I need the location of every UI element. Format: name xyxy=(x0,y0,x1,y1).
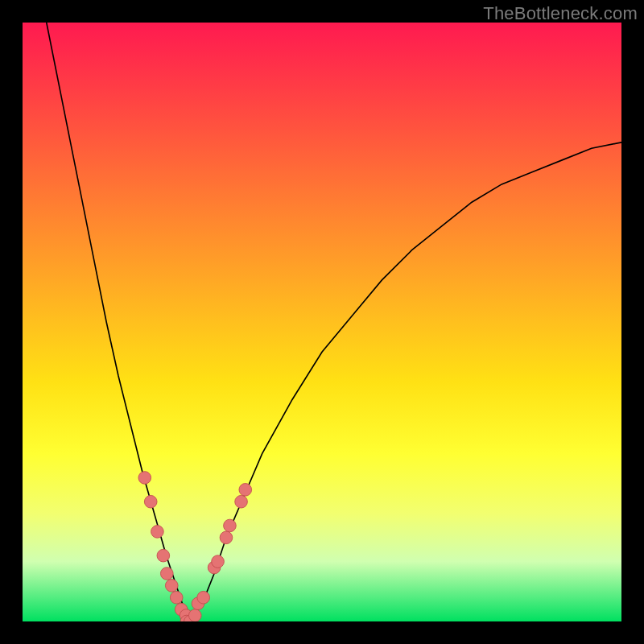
marker-dot xyxy=(160,568,173,580)
marker-dot xyxy=(239,484,252,497)
chart-frame: TheBottleneck.com xyxy=(0,0,644,644)
curve-group xyxy=(47,23,621,621)
marker-dot xyxy=(157,549,170,562)
marker-dot xyxy=(224,519,237,532)
plot-area xyxy=(23,23,621,621)
marker-dot xyxy=(151,526,164,539)
right-branch-path xyxy=(190,142,621,621)
left-branch-path xyxy=(47,23,191,621)
marker-dot xyxy=(188,609,201,621)
chart-svg xyxy=(23,23,621,621)
marker-dot xyxy=(170,591,183,604)
marker-dot xyxy=(197,591,210,604)
marker-dot xyxy=(212,555,225,568)
marker-dot xyxy=(144,495,157,508)
marker-dot xyxy=(138,472,151,485)
marker-dot xyxy=(235,495,248,508)
marker-group xyxy=(138,472,252,621)
marker-dot xyxy=(165,580,178,592)
marker-dot xyxy=(220,531,233,544)
watermark-text: TheBottleneck.com xyxy=(483,3,638,24)
